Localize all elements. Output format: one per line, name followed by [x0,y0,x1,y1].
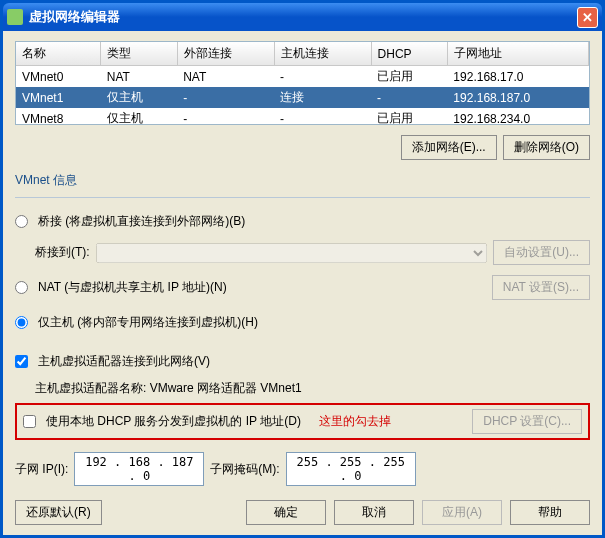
table-header[interactable]: 类型 [101,42,177,66]
ok-button[interactable]: 确定 [246,500,326,525]
table-cell: 连接 [274,87,371,108]
annotation-text: 这里的勾去掉 [319,413,391,430]
table-header[interactable]: 名称 [16,42,101,66]
subnet-mask-label: 子网掩码(M): [210,461,279,478]
auto-set-button: 自动设置(U)... [493,240,590,265]
network-table: 名称类型外部连接主机连接DHCP子网地址 VMnet0NATNAT-已启用192… [15,41,590,125]
subnet-ip-label: 子网 IP(I): [15,461,68,478]
bridge-to-label: 桥接到(T): [35,244,90,261]
check-dhcp[interactable] [23,415,36,428]
host-adapter-name: 主机虚拟适配器名称: VMware 网络适配器 VMnet1 [35,380,302,397]
table-cell: VMnet8 [16,108,101,125]
restore-defaults-button[interactable]: 还原默认(R) [15,500,102,525]
table-cell: 已启用 [371,108,447,125]
radio-bridged[interactable] [15,215,28,228]
check-host-adapter[interactable] [15,355,28,368]
table-cell: 仅主机 [101,108,177,125]
radio-nat[interactable] [15,281,28,294]
table-cell: - [177,87,274,108]
subnet-mask-field[interactable]: 255 . 255 . 255 . 0 [286,452,416,486]
radio-bridged-label: 桥接 (将虚拟机直接连接到外部网络)(B) [38,213,245,230]
help-button[interactable]: 帮助 [510,500,590,525]
table-cell: NAT [101,66,177,88]
table-cell: - [274,66,371,88]
table-row[interactable]: VMnet0NATNAT-已启用192.168.17.0 [16,66,589,88]
table-cell: 192.168.234.0 [447,108,588,125]
table-header[interactable]: 主机连接 [274,42,371,66]
cancel-button[interactable]: 取消 [334,500,414,525]
content-area: 名称类型外部连接主机连接DHCP子网地址 VMnet0NATNAT-已启用192… [3,31,602,535]
add-network-button[interactable]: 添加网络(E)... [401,135,497,160]
check-dhcp-label: 使用本地 DHCP 服务分发到虚拟机的 IP 地址(D) [46,413,301,430]
titlebar: 虚拟网络编辑器 ✕ [3,3,602,31]
table-cell: - [274,108,371,125]
nat-set-button: NAT 设置(S)... [492,275,590,300]
table-header[interactable]: 外部连接 [177,42,274,66]
check-host-adapter-label: 主机虚拟适配器连接到此网络(V) [38,353,210,370]
remove-network-button[interactable]: 删除网络(O) [503,135,590,160]
table-header[interactable]: DHCP [371,42,447,66]
table-cell: 已启用 [371,66,447,88]
vmnet-info-title: VMnet 信息 [15,172,590,189]
radio-nat-label: NAT (与虚拟机共享主机 IP 地址)(N) [38,279,227,296]
table-cell: 192.168.17.0 [447,66,588,88]
table-row[interactable]: VMnet8仅主机--已启用192.168.234.0 [16,108,589,125]
radio-hostonly[interactable] [15,316,28,329]
table-row[interactable]: VMnet1仅主机-连接-192.168.187.0 [16,87,589,108]
apply-button: 应用(A) [422,500,502,525]
table-cell: 仅主机 [101,87,177,108]
table-cell: NAT [177,66,274,88]
radio-hostonly-label: 仅主机 (将内部专用网络连接到虚拟机)(H) [38,314,258,331]
table-header[interactable]: 子网地址 [447,42,588,66]
dhcp-set-button: DHCP 设置(C)... [472,409,582,434]
close-button[interactable]: ✕ [577,7,598,28]
bridge-to-select [96,243,488,263]
annotation-box: 使用本地 DHCP 服务分发到虚拟机的 IP 地址(D) 这里的勾去掉 DHCP… [15,403,590,440]
table-cell: VMnet1 [16,87,101,108]
table-cell: - [177,108,274,125]
table-cell: - [371,87,447,108]
app-icon [7,9,23,25]
table-cell: VMnet0 [16,66,101,88]
subnet-ip-field[interactable]: 192 . 168 . 187 . 0 [74,452,204,486]
window-title: 虚拟网络编辑器 [29,8,577,26]
table-cell: 192.168.187.0 [447,87,588,108]
